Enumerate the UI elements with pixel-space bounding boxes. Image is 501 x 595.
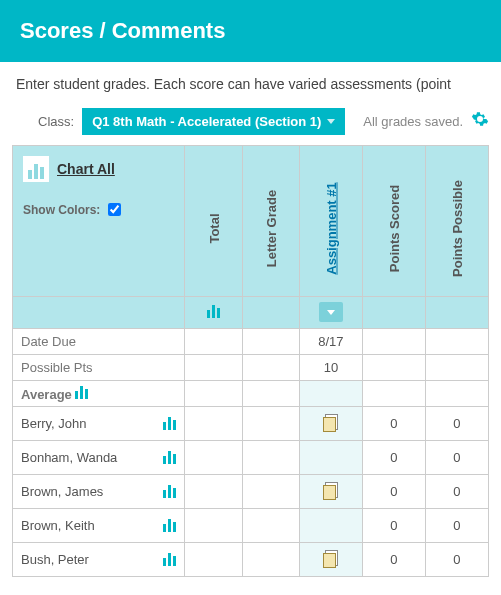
student-row: Brown, Keith 0 0 (13, 509, 489, 543)
col-header-possible: Points Possible (425, 146, 488, 296)
chart-icon[interactable] (163, 416, 176, 430)
name-column-header: Chart All Show Colors: (13, 146, 185, 296)
student-name: Berry, John (21, 416, 87, 431)
assignment-expand[interactable] (299, 296, 362, 328)
col-header-scored: Points Scored (362, 146, 425, 296)
gear-icon[interactable] (471, 110, 489, 133)
show-colors-control: Show Colors: (23, 200, 174, 219)
student-name: Brown, James (21, 484, 103, 499)
student-row: Brown, James 0 0 (13, 475, 489, 509)
student-name: Brown, Keith (21, 518, 95, 533)
assignment-cell[interactable] (299, 543, 362, 577)
show-colors-checkbox[interactable] (108, 203, 121, 216)
page-header: Scores / Comments (0, 0, 501, 62)
controls-row: Class: Q1 8th Math - Accelerated (Sectio… (0, 102, 501, 145)
grade-grid: Chart All Show Colors: Total Letter Grad… (12, 145, 489, 577)
col-header-letter: Letter Grade (242, 146, 299, 296)
chevron-down-icon (327, 310, 335, 315)
assignment-cell[interactable] (299, 475, 362, 509)
chart-icon[interactable] (163, 450, 176, 464)
saved-status: All grades saved. (363, 114, 463, 129)
show-colors-label: Show Colors: (23, 203, 100, 217)
class-select-value: Q1 8th Math - Accelerated (Section 1) (92, 114, 321, 129)
student-row: Bonham, Wanda 0 0 (13, 441, 489, 475)
note-icon[interactable] (323, 550, 339, 566)
subhead-blank (13, 296, 185, 328)
row-average: Average (13, 380, 489, 406)
page-subtext: Enter student grades. Each score can hav… (0, 62, 501, 102)
col-header-total: Total (185, 146, 242, 296)
assignment-cell[interactable] (299, 509, 362, 543)
row-possible-pts: Possible Pts 10 (13, 354, 489, 380)
chart-all-link[interactable]: Chart All (57, 161, 115, 177)
chevron-down-icon (327, 119, 335, 124)
total-chart-button[interactable] (185, 296, 242, 328)
student-row: Berry, John 0 0 (13, 406, 489, 441)
student-name: Bush, Peter (21, 552, 89, 567)
student-name: Bonham, Wanda (21, 450, 117, 465)
class-select[interactable]: Q1 8th Math - Accelerated (Section 1) (82, 108, 345, 135)
chart-icon[interactable] (75, 385, 88, 399)
chart-icon[interactable] (163, 518, 176, 532)
chart-icon[interactable] (163, 552, 176, 566)
class-label: Class: (38, 114, 74, 129)
chart-icon (207, 304, 220, 318)
page-title: Scores / Comments (20, 18, 225, 43)
chart-icon[interactable] (163, 484, 176, 498)
assignment-cell[interactable] (299, 406, 362, 441)
note-icon[interactable] (323, 482, 339, 498)
assignment-cell[interactable] (299, 441, 362, 475)
student-row: Bush, Peter 0 0 (13, 543, 489, 577)
note-icon[interactable] (323, 414, 339, 430)
chart-icon[interactable] (23, 156, 49, 182)
row-date-due: Date Due 8/17 (13, 328, 489, 354)
col-header-assignment[interactable]: Assignment #1 (299, 146, 362, 296)
